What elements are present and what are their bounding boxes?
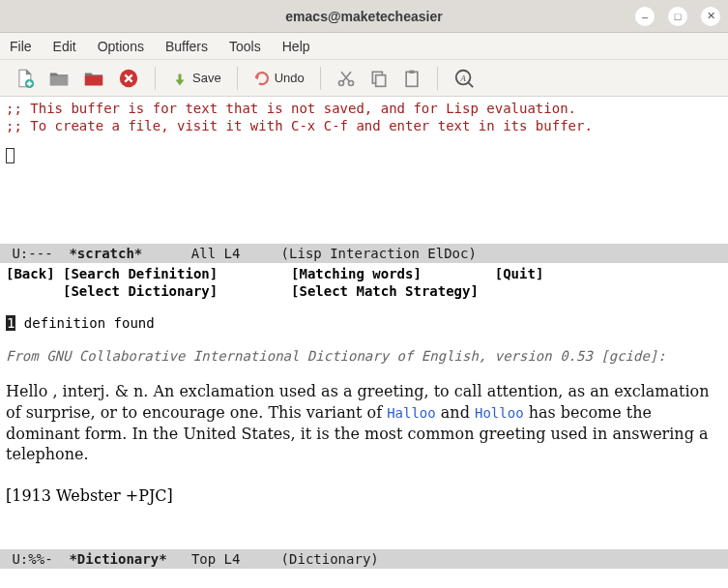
new-file-icon bbox=[14, 68, 35, 89]
close-file-button[interactable] bbox=[118, 66, 139, 91]
modeline-buffer-name: *Dictionary* bbox=[69, 551, 166, 567]
modeline-position: All L4 bbox=[142, 246, 280, 261]
svg-rect-6 bbox=[406, 72, 418, 86]
definition-count: 1 definition found bbox=[6, 315, 722, 331]
maximize-button[interactable]: □ bbox=[668, 7, 687, 26]
open-folder-button[interactable] bbox=[83, 66, 104, 91]
close-button[interactable]: ✕ bbox=[701, 7, 720, 26]
menu-file[interactable]: File bbox=[10, 39, 32, 54]
count-highlight: 1 bbox=[6, 315, 15, 331]
new-file-button[interactable] bbox=[14, 66, 35, 91]
definition-body: Hello , interj. & n. An exclamation used… bbox=[6, 381, 722, 464]
definition-attribution: [1913 Webster +PJC] bbox=[6, 486, 722, 505]
modeline-position: Top L4 bbox=[167, 551, 281, 567]
modeline-status: U:--- bbox=[4, 246, 69, 261]
menu-edit[interactable]: Edit bbox=[53, 39, 76, 54]
save-label: Save bbox=[192, 71, 221, 85]
toolbar: Save Undo A bbox=[0, 60, 728, 97]
copy-button[interactable] bbox=[369, 66, 389, 91]
folder-icon bbox=[48, 68, 70, 89]
menubar: File Edit Options Buffers Tools Help bbox=[0, 33, 728, 60]
save-icon bbox=[171, 70, 189, 87]
modeline-dictionary[interactable]: U:%%- *Dictionary* Top L4 (Dictionary) bbox=[0, 549, 728, 569]
menu-options[interactable]: Options bbox=[98, 39, 144, 54]
dict-back-button[interactable]: [Back] bbox=[6, 266, 55, 281]
folder-red-icon bbox=[83, 68, 104, 89]
cut-button[interactable] bbox=[336, 66, 356, 91]
close-circle-icon bbox=[118, 68, 139, 89]
scratch-buffer[interactable]: ;; This buffer is for text that is not s… bbox=[0, 97, 728, 244]
scissors-icon bbox=[336, 69, 356, 88]
text-cursor bbox=[6, 148, 15, 163]
window-controls: – □ ✕ bbox=[635, 7, 720, 26]
paste-icon bbox=[402, 69, 422, 88]
svg-text:A: A bbox=[459, 73, 466, 82]
dict-select-dict-button[interactable]: [Select Dictionary] bbox=[63, 283, 218, 299]
menu-buffers[interactable]: Buffers bbox=[165, 39, 208, 54]
window-titlebar: emacs@maketecheasier – □ ✕ bbox=[0, 0, 728, 33]
menu-tools[interactable]: Tools bbox=[229, 39, 261, 54]
window-title: emacs@maketecheasier bbox=[0, 9, 728, 24]
search-a-icon: A bbox=[453, 68, 475, 89]
modeline-scratch[interactable]: U:--- *scratch* All L4 (Lisp Interaction… bbox=[0, 244, 728, 263]
minibuffer[interactable] bbox=[0, 569, 728, 588]
dict-select-strategy-button[interactable]: [Select Match Strategy] bbox=[291, 283, 479, 299]
modeline-status: U:%%- bbox=[4, 551, 69, 567]
paste-button[interactable] bbox=[402, 66, 422, 91]
toolbar-separator bbox=[155, 67, 156, 90]
dict-matching-button[interactable]: [Matching words] bbox=[291, 266, 422, 281]
dict-quit-button[interactable]: [Quit] bbox=[495, 266, 544, 281]
toolbar-separator bbox=[437, 67, 438, 90]
toolbar-separator bbox=[237, 67, 238, 90]
undo-label: Undo bbox=[275, 71, 305, 85]
modeline-mode: (Dictionary) bbox=[281, 551, 379, 567]
svg-rect-5 bbox=[375, 74, 385, 86]
dictionary-buffer[interactable]: 1 definition found From GNU Collaborativ… bbox=[0, 302, 728, 549]
minimize-button[interactable]: – bbox=[635, 7, 655, 26]
save-button[interactable]: Save bbox=[171, 66, 221, 91]
scratch-comment: ;; This buffer is for text that is not s… bbox=[6, 101, 722, 118]
undo-button[interactable]: Undo bbox=[253, 66, 305, 91]
dictionary-source: From GNU Collaborative International Dic… bbox=[6, 348, 722, 364]
modeline-buffer-name: *scratch* bbox=[69, 246, 142, 261]
link-holloo[interactable]: Holloo bbox=[475, 405, 524, 421]
toolbar-separator bbox=[320, 67, 321, 90]
dictionary-toolbar: [Back] [Search Definition] [Matching wor… bbox=[0, 263, 728, 302]
open-file-button[interactable] bbox=[48, 66, 70, 91]
dict-search-button[interactable]: [Search Definition] bbox=[63, 266, 218, 281]
undo-icon bbox=[253, 70, 271, 87]
copy-icon bbox=[369, 69, 389, 88]
modeline-mode: (Lisp Interaction ElDoc) bbox=[281, 246, 477, 261]
svg-rect-7 bbox=[409, 70, 414, 73]
link-halloo[interactable]: Halloo bbox=[387, 405, 436, 421]
scratch-comment: ;; To create a file, visit it with C-x C… bbox=[6, 118, 722, 135]
search-button[interactable]: A bbox=[453, 66, 475, 91]
menu-help[interactable]: Help bbox=[282, 39, 310, 54]
